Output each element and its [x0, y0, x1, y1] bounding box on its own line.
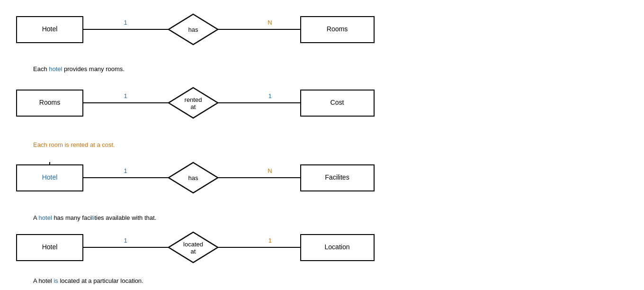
desc-4-part-2: is: [54, 277, 58, 284]
entity-location-label: Location: [325, 243, 350, 251]
card-has-rooms-right: N: [268, 19, 272, 26]
desc-2-part-1: Each room is rented at a cost.: [33, 141, 115, 148]
entity-cost-label: Cost: [331, 99, 344, 106]
relation-rented-at-label2: at: [191, 103, 196, 110]
card-has-facilites-right: N: [268, 167, 272, 174]
description-3: A hotel has many facilities available wi…: [33, 214, 156, 221]
relation-located-at-label1: located: [183, 241, 203, 248]
desc-1-part-1: Each: [33, 65, 49, 72]
desc-3-part-1: A: [33, 214, 39, 221]
er-diagram-container: Hotel 1 has N Rooms Rooms 1 rented at 1: [0, 0, 644, 290]
description-1: Each hotel provides many rooms.: [33, 65, 125, 72]
desc-1-part-2: hotel: [49, 65, 62, 72]
card-located-location-right: 1: [268, 237, 271, 244]
desc-4-part-3: located at a particular location.: [58, 277, 143, 284]
entity-hotel-1-label: Hotel: [42, 25, 58, 33]
card-hotel-located-left: 1: [124, 237, 127, 244]
card-rooms-rented-left: 1: [124, 92, 127, 100]
relation-rented-at-label1: rented: [185, 96, 202, 103]
entity-rooms-1-label: Rooms: [327, 25, 348, 33]
entity-hotel-3-label: Hotel: [42, 173, 58, 181]
relation-located-at-label2: at: [191, 248, 196, 255]
card-hotel-has-3-left: 1: [124, 167, 127, 174]
desc-1-part-3: provides many rooms.: [62, 65, 125, 72]
desc-4-part-1: A hotel: [33, 277, 54, 284]
entity-hotel-4-label: Hotel: [42, 243, 58, 251]
entity-facilites-label: Facilites: [325, 173, 349, 181]
card-rented-cost-right: 1: [268, 92, 271, 100]
relation-has-1-label: has: [188, 26, 198, 33]
desc-3-part-5: ties available with that.: [94, 214, 156, 221]
desc-3-part-3: has many faci: [52, 214, 92, 221]
relation-has-3-label: has: [188, 174, 198, 181]
desc-3-part-2: hotel: [39, 214, 52, 221]
description-4: A hotel is located at a particular locat…: [33, 277, 143, 284]
card-hotel-has-left: 1: [124, 19, 127, 26]
entity-rooms-2-label: Rooms: [39, 99, 60, 106]
description-2: Each room is rented at a cost.: [33, 141, 115, 148]
